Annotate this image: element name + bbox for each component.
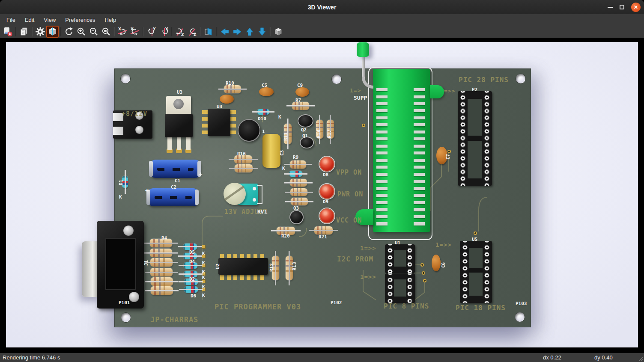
close-button[interactable]: ✕: [631, 3, 641, 12]
via: [447, 150, 451, 153]
via: [474, 231, 477, 235]
silkscreen-c3: C3: [279, 150, 285, 156]
transistor-q3: [289, 210, 304, 224]
svg-text:Y: Y: [152, 27, 156, 31]
render-current-view-button[interactable]: [46, 26, 59, 38]
silkscreen-1-: 1=>>: [360, 273, 376, 280]
db9-screw: [129, 292, 139, 302]
settings-gear-icon: [35, 27, 45, 37]
refresh-button[interactable]: [63, 26, 75, 38]
menu-item-preferences[interactable]: Preferences: [60, 15, 100, 25]
menu-item-edit[interactable]: Edit: [20, 15, 39, 25]
led-d9-pwr: [319, 184, 334, 199]
move-right-button[interactable]: [231, 26, 243, 38]
status-dx: dx 0.22: [543, 354, 561, 361]
silkscreen-k: K: [202, 260, 205, 266]
rotate-z-ccw-button[interactable]: Z: [186, 26, 198, 38]
silkscreen-d9: D9: [323, 199, 328, 205]
capacitor-c9: [295, 87, 309, 97]
trimmer-pin: [253, 198, 256, 202]
copy-image-button[interactable]: [18, 26, 30, 38]
socket-bar: [468, 136, 482, 141]
silkscreen-k: K: [119, 194, 122, 200]
silkscreen-r9: R9: [293, 154, 298, 160]
resistor: [291, 198, 308, 205]
via: [362, 124, 365, 127]
ortho-view-button[interactable]: [272, 26, 284, 38]
move-left-icon: [220, 27, 230, 37]
capacitor-c1: [150, 160, 201, 178]
pcb-board: +8/12VPIC 28 PINS1=>=>>VPP ONPWR ONVCC O…: [114, 68, 531, 327]
silkscreen-r11: R11: [283, 132, 289, 141]
silkscreen-supp: SUPP: [354, 95, 367, 101]
silkscreen-c9: C9: [297, 83, 303, 88]
silkscreen-p2: P2: [472, 87, 477, 92]
rotate-z-cw-button[interactable]: Z: [173, 26, 186, 38]
zoom-out-button[interactable]: [87, 26, 100, 38]
silkscreen-1: 1: [262, 129, 265, 134]
ic-pins: [202, 110, 208, 134]
menu-item-file[interactable]: File: [2, 15, 20, 25]
via: [420, 263, 424, 267]
db9-screw: [123, 226, 134, 236]
zoom-fit-icon: [101, 27, 111, 37]
rotate-y-ccw-button[interactable]: Y: [157, 26, 170, 38]
refresh-icon: [64, 27, 74, 37]
resistor: [151, 286, 173, 295]
mounting-hole: [516, 74, 526, 84]
rotate-y-cw-button[interactable]: Y: [145, 26, 157, 38]
ic-dip14-u2: [218, 258, 268, 275]
zif-tab-right: [430, 85, 444, 98]
silkscreen--: =>>: [444, 88, 455, 94]
regulator-tab-hole: [173, 99, 184, 109]
resize-grip[interactable]: [638, 356, 644, 362]
3d-viewport[interactable]: +8/12VPIC 28 PINS1=>=>>VPP ONPWR ONVCC O…: [0, 38, 644, 353]
move-up-button[interactable]: [243, 26, 256, 38]
socket-window: [394, 250, 406, 267]
resistor-r4: [150, 239, 172, 247]
title-bar[interactable]: 3D Viewer ✕: [0, 0, 644, 14]
silkscreen-u2: U2: [215, 264, 221, 269]
menu-item-view[interactable]: View: [39, 15, 60, 25]
move-down-button[interactable]: [256, 26, 268, 38]
toolbar-separator: [60, 27, 61, 36]
ic-pins: [230, 110, 236, 134]
via: [422, 271, 425, 275]
silkscreen-pic-8-pins: PIC 8 PINS: [384, 302, 429, 310]
silkscreen-k: K: [202, 275, 205, 280]
silkscreen-p103: P103: [516, 301, 527, 306]
menu-item-help[interactable]: Help: [100, 15, 121, 25]
rotate-x-cw-button[interactable]: X: [116, 26, 128, 38]
settings-button[interactable]: [34, 26, 46, 38]
diode: [289, 171, 302, 177]
zoom-in-button[interactable]: [75, 26, 87, 38]
export-image-button[interactable]: [1, 26, 14, 38]
flip-board-button[interactable]: [202, 26, 215, 38]
move-left-button[interactable]: [218, 26, 231, 38]
app-window: { "window": { "title": "3D Viewer", "con…: [0, 0, 644, 362]
capacitor-c3: [262, 134, 280, 168]
mounting-hole: [331, 74, 342, 84]
cathode-pad: [202, 245, 206, 249]
window-title: 3D Viewer: [0, 4, 644, 11]
silkscreen-d8: D8: [323, 172, 328, 178]
maximize-button[interactable]: [620, 5, 624, 9]
3d-scene[interactable]: +8/12VPIC 28 PINS1=>=>>VPP ONPWR ONVCC O…: [6, 42, 638, 347]
silkscreen-c5: C5: [262, 83, 267, 88]
silkscreen-pwr-on: PWR ON: [337, 190, 363, 198]
capacitor-black: [238, 119, 260, 142]
silkscreen-1-: 1=>>: [435, 241, 452, 248]
diode-d7: [183, 243, 197, 250]
db9-face: [105, 238, 136, 290]
silkscreen-jp-charras: JP-CHARRAS: [150, 315, 198, 324]
zoom-fit-button[interactable]: [100, 26, 112, 38]
zif-lever-handle[interactable]: [357, 42, 369, 57]
silkscreen-r12: R12: [269, 263, 274, 272]
silkscreen-r18: R18: [316, 130, 322, 138]
silkscreen-k: K: [202, 293, 205, 298]
minimize-button[interactable]: [608, 7, 613, 8]
silkscreen-c2: C2: [171, 184, 176, 190]
silkscreen-k: K: [202, 284, 205, 290]
export-image-icon: [3, 27, 13, 37]
rotate-x-ccw-button[interactable]: X: [128, 26, 141, 38]
